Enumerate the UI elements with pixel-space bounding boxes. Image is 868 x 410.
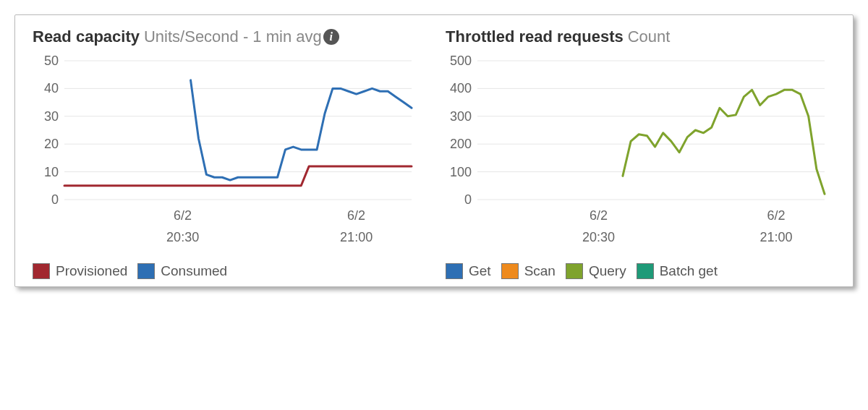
svg-text:10: 10 <box>44 164 59 179</box>
svg-text:200: 200 <box>450 137 472 151</box>
panel-throttled: Throttled read requests Count 0100200300… <box>434 27 847 279</box>
svg-text:40: 40 <box>44 81 59 95</box>
legend-swatch <box>446 263 463 279</box>
legend-label: Scan <box>524 263 556 279</box>
title-rest-right: Count <box>628 27 671 48</box>
legend-swatch <box>501 263 519 279</box>
legend-item[interactable]: Consumed <box>137 263 227 279</box>
svg-text:6/2: 6/2 <box>347 208 365 223</box>
title-strong-left: Read capacity <box>33 27 140 48</box>
legend-label: Batch get <box>660 263 718 279</box>
legend-swatch <box>637 263 654 279</box>
legend-swatch <box>566 263 583 279</box>
title-strong-right: Throttled read requests <box>446 27 624 48</box>
svg-text:21:00: 21:00 <box>760 230 792 244</box>
legend-label: Consumed <box>161 263 227 279</box>
svg-text:100: 100 <box>450 164 472 179</box>
legend-item[interactable]: Provisioned <box>33 263 127 279</box>
svg-text:0: 0 <box>51 192 59 207</box>
legend-label: Query <box>589 263 626 279</box>
legend-swatch <box>33 263 50 279</box>
panel-title-right: Throttled read requests Count <box>446 27 838 48</box>
svg-text:500: 500 <box>450 54 472 68</box>
svg-text:6/2: 6/2 <box>590 208 608 223</box>
svg-text:21:00: 21:00 <box>340 230 373 244</box>
svg-text:0: 0 <box>464 192 472 207</box>
info-icon[interactable]: i <box>323 29 339 45</box>
legend-item[interactable]: Batch get <box>637 263 718 279</box>
svg-text:400: 400 <box>450 81 472 95</box>
legend-item[interactable]: Get <box>446 263 491 279</box>
legend-item[interactable]: Scan <box>501 263 556 279</box>
svg-text:50: 50 <box>44 54 59 68</box>
legend-swatch <box>137 263 155 279</box>
svg-text:30: 30 <box>44 108 59 123</box>
chart-throttled: 01002003004005006/220:306/221:00 <box>443 54 838 256</box>
svg-text:6/2: 6/2 <box>767 208 786 223</box>
title-rest-left: Units/Second - 1 min avg <box>144 27 322 48</box>
svg-text:6/2: 6/2 <box>174 208 192 223</box>
svg-text:20:30: 20:30 <box>582 230 615 244</box>
svg-text:20: 20 <box>44 137 59 151</box>
svg-text:300: 300 <box>450 108 472 123</box>
svg-text:20:30: 20:30 <box>166 230 199 244</box>
panel-read-capacity: Read capacity Units/Second - 1 min avg i… <box>21 27 434 279</box>
legend-label: Get <box>469 263 491 279</box>
legend-label: Provisioned <box>56 263 127 279</box>
legend-item[interactable]: Query <box>566 263 626 279</box>
panel-title-left: Read capacity Units/Second - 1 min avg i <box>33 27 425 48</box>
legend-right: GetScanQueryBatch get <box>443 263 838 279</box>
legend-left: ProvisionedConsumed <box>30 263 425 279</box>
chart-read-capacity: 010203040506/220:306/221:00 <box>30 54 425 256</box>
dashboard: Read capacity Units/Second - 1 min avg i… <box>14 14 854 287</box>
